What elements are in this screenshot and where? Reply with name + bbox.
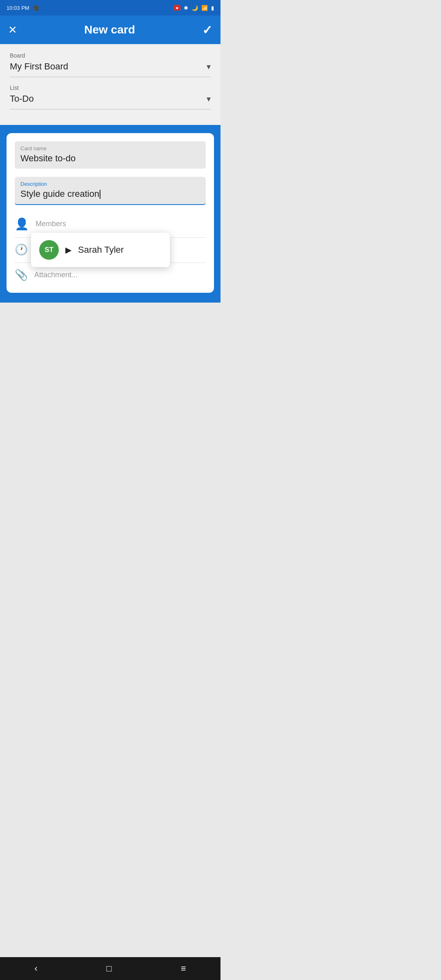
- list-dropdown[interactable]: To-Do ▾: [10, 94, 211, 109]
- app-bar: ✕ New card ✓: [0, 16, 220, 44]
- attachment-icon: 📎: [15, 269, 28, 281]
- attachment-row[interactable]: 📎 Attachment...: [15, 265, 206, 283]
- card-name-input[interactable]: Website to-do: [20, 153, 200, 164]
- empty-area: [0, 303, 220, 417]
- board-dropdown[interactable]: My First Board ▾: [10, 61, 211, 77]
- cursor-pointer-icon: ▶: [65, 245, 71, 255]
- list-value: To-Do: [10, 94, 34, 104]
- list-label: List: [10, 85, 211, 91]
- members-row[interactable]: 👤 Members ST ▶ Sarah Tyler: [15, 213, 206, 236]
- wifi-icon: 📶: [201, 5, 208, 11]
- dnd-icon: 🌙: [192, 5, 198, 11]
- status-bar-right: ● ✱ 🌙 📶 ▮: [174, 5, 214, 11]
- record-icon: ●: [174, 5, 180, 11]
- board-label: Board: [10, 52, 211, 59]
- description-field[interactable]: Description Style guide creation: [15, 177, 206, 205]
- battery-icon: ▮: [211, 5, 214, 11]
- card-name-label: Card name: [20, 145, 200, 151]
- description-text: Style guide creation: [20, 189, 99, 199]
- description-label: Description: [20, 181, 200, 187]
- member-initials: ST: [45, 246, 53, 254]
- confirm-button[interactable]: ✓: [202, 23, 212, 37]
- member-name[interactable]: Sarah Tyler: [78, 245, 124, 255]
- description-input[interactable]: Style guide creation: [20, 189, 200, 199]
- card-form: Card name Website to-do Description Styl…: [7, 133, 214, 293]
- clock-icon: 🕐: [15, 243, 28, 256]
- bottom-spacer: [0, 417, 220, 445]
- members-icon: 👤: [15, 217, 29, 231]
- board-field: Board My First Board ▾: [10, 52, 211, 77]
- close-button[interactable]: ✕: [8, 24, 17, 36]
- bluetooth-icon: ✱: [184, 5, 188, 11]
- form-section: Board My First Board ▾ List To-Do ▾: [0, 44, 220, 125]
- list-dropdown-arrow: ▾: [207, 94, 211, 104]
- status-time: 10:03 PM: [7, 5, 29, 11]
- video-icon: 🎥: [33, 5, 39, 11]
- member-dropdown[interactable]: ST ▶ Sarah Tyler: [31, 233, 170, 267]
- status-bar-left: 10:03 PM 🎥: [7, 5, 39, 11]
- card-name-field[interactable]: Card name Website to-do: [15, 141, 206, 169]
- status-bar: 10:03 PM 🎥 ● ✱ 🌙 📶 ▮: [0, 0, 220, 16]
- board-dropdown-arrow: ▾: [207, 62, 211, 71]
- members-label: Members: [36, 220, 66, 228]
- board-value: My First Board: [10, 61, 68, 72]
- card-form-container: Card name Website to-do Description Styl…: [0, 125, 220, 303]
- page-title: New card: [84, 23, 135, 36]
- member-avatar: ST: [39, 240, 59, 260]
- text-cursor: [100, 190, 100, 199]
- attachment-label: Attachment...: [34, 271, 78, 279]
- list-field: List To-Do ▾: [10, 85, 211, 109]
